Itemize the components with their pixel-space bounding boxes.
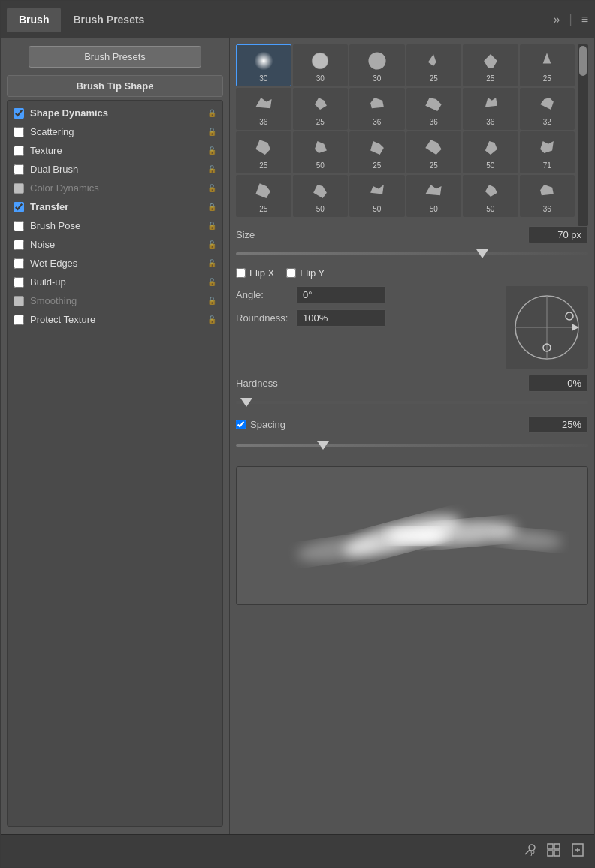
brush-cell[interactable]: 36 (520, 175, 575, 217)
tab-icons: » | ≡ (554, 13, 588, 26)
brush-size-number: 36 (373, 118, 381, 126)
brush-preview (535, 92, 559, 116)
brush-cell[interactable]: 30 (236, 44, 291, 86)
angle-circle-container[interactable] (506, 286, 588, 369)
brush-cell[interactable]: 25 (463, 44, 518, 86)
checkbox-dual-brush[interactable] (14, 164, 24, 175)
tab-brush-presets-header[interactable]: Brush Presets (61, 8, 156, 32)
size-slider-thumb (476, 249, 488, 258)
sidebar-item-smoothing[interactable]: Smoothing🔓 (8, 291, 222, 310)
brush-grid: 3030302525253625363636322550252550712550… (236, 44, 575, 217)
sidebar-item-wet-edges[interactable]: Wet Edges🔓 (8, 254, 222, 273)
lock-icon-brush-pose: 🔓 (207, 222, 216, 230)
svg-rect-46 (548, 851, 553, 856)
sidebar-item-build-up[interactable]: Build-up🔓 (8, 273, 222, 291)
eye-dropper-icon[interactable] (522, 842, 537, 860)
brush-cell[interactable]: 25 (293, 88, 349, 130)
checkbox-build-up[interactable] (14, 277, 24, 288)
brush-cell[interactable]: 25 (406, 44, 462, 86)
brush-cell[interactable]: 50 (463, 131, 518, 173)
svg-line-43 (531, 854, 532, 856)
grid-scrollbar[interactable] (578, 44, 588, 226)
more-panels-icon[interactable]: » (554, 13, 560, 26)
checkbox-scattering[interactable] (14, 127, 24, 137)
brush-cell[interactable]: 36 (406, 88, 462, 130)
sidebar-item-transfer[interactable]: Transfer🔒 (8, 197, 222, 216)
grid-view-icon[interactable] (546, 842, 561, 860)
brush-size-number: 36 (543, 205, 551, 213)
brush-cell[interactable]: 30 (349, 44, 405, 86)
panel-menu-icon[interactable]: ≡ (581, 13, 588, 26)
brush-cell[interactable]: 25 (406, 131, 462, 173)
svg-point-40 (529, 845, 535, 851)
brush-cell[interactable]: 25 (349, 131, 405, 173)
checkbox-texture[interactable] (14, 146, 24, 156)
brush-cell[interactable]: 36 (349, 88, 405, 130)
brush-size-number: 50 (486, 161, 494, 170)
brush-size-number: 25 (316, 118, 325, 126)
roundness-value[interactable]: 100% (296, 309, 386, 327)
sidebar-item-texture[interactable]: Texture🔓 (8, 141, 222, 160)
checkbox-protect-texture[interactable] (14, 315, 24, 325)
checkbox-transfer[interactable] (14, 202, 24, 212)
brush-cell[interactable]: 32 (520, 88, 575, 130)
flip-row: Flip X Flip Y (236, 267, 588, 279)
brush-cell[interactable]: 30 (293, 44, 349, 86)
checkbox-noise[interactable] (14, 240, 24, 250)
brush-presets-button[interactable]: Brush Presets (29, 46, 201, 68)
new-page-icon[interactable] (570, 842, 585, 860)
lock-icon-noise: 🔓 (207, 240, 216, 249)
spacing-value[interactable]: 25% (528, 416, 588, 433)
brush-size-number: 50 (486, 205, 494, 213)
brush-preview (365, 179, 389, 203)
brush-preview (479, 136, 503, 160)
angle-value[interactable]: 0° (296, 286, 386, 303)
spacing-checkbox[interactable] (236, 420, 246, 429)
brush-cell[interactable]: 36 (463, 88, 518, 130)
svg-rect-44 (548, 844, 553, 849)
spacing-slider-container[interactable] (236, 438, 588, 453)
lock-icon-texture: 🔓 (207, 146, 216, 155)
sidebar-item-scattering[interactable]: Scattering🔓 (8, 122, 222, 141)
flip-y-checkbox[interactable] (286, 268, 296, 278)
brush-cell[interactable]: 50 (349, 175, 405, 217)
hardness-value[interactable]: 0% (528, 375, 588, 392)
size-label: Size (236, 229, 304, 240)
sidebar-item-dual-brush[interactable]: Dual Brush🔓 (8, 160, 222, 179)
brush-preview (365, 92, 389, 116)
brush-cell[interactable]: 25 (236, 175, 291, 217)
label-noise: Noise (30, 239, 204, 250)
svg-point-3 (313, 53, 328, 68)
sidebar-item-color-dynamics[interactable]: Color Dynamics🔓 (8, 179, 222, 197)
brush-cell[interactable]: 25 (520, 44, 575, 86)
brush-cell[interactable]: 50 (406, 175, 462, 217)
size-value[interactable]: 70 px (528, 226, 588, 243)
checkbox-wet-edges[interactable] (14, 258, 24, 269)
checkbox-brush-pose[interactable] (14, 221, 24, 231)
brush-cell[interactable]: 71 (520, 131, 575, 173)
brush-cell[interactable]: 50 (293, 175, 349, 217)
sidebar-item-shape-dynamics[interactable]: Shape Dynamics🔒 (8, 104, 222, 122)
spacing-slider-thumb (317, 441, 329, 450)
checkbox-shape-dynamics[interactable] (14, 108, 24, 119)
tab-brush[interactable]: Brush (7, 8, 61, 32)
sidebar-item-noise[interactable]: Noise🔓 (8, 235, 222, 254)
brush-cell[interactable]: 25 (236, 131, 291, 173)
brush-preview (365, 49, 389, 73)
brush-preview (535, 179, 559, 203)
brush-size-number: 36 (486, 118, 494, 126)
brush-options-list: Shape Dynamics🔒Scattering🔓Texture🔓Dual B… (7, 100, 223, 827)
size-slider-container[interactable] (236, 246, 588, 261)
flip-x-checkbox[interactable] (236, 268, 246, 278)
svg-rect-47 (554, 851, 560, 856)
sidebar-item-brush-pose[interactable]: Brush Pose🔓 (8, 216, 222, 235)
brush-cell[interactable]: 50 (293, 131, 349, 173)
brush-cell[interactable]: 36 (236, 88, 291, 130)
tab-bar: Brush Brush Presets » | ≡ (1, 1, 594, 38)
tab-separator: | (569, 13, 572, 26)
brush-size-number: 30 (373, 74, 381, 83)
sidebar-item-protect-texture[interactable]: Protect Texture🔓 (8, 310, 222, 329)
label-smoothing: Smoothing (30, 295, 204, 306)
hardness-slider-container[interactable] (236, 395, 588, 410)
brush-cell[interactable]: 50 (463, 175, 518, 217)
